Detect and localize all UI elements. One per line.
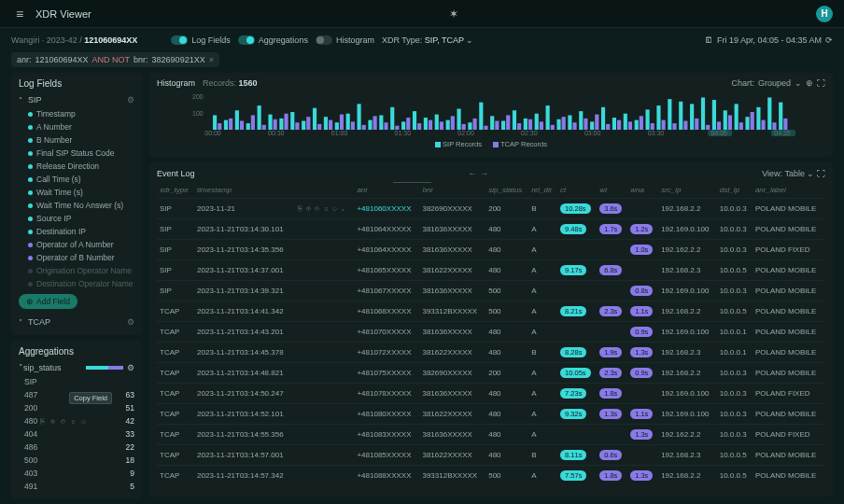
field-item[interactable]: Destination IP <box>19 225 134 238</box>
table-row[interactable]: TCAP2023-11-21T03:14:45.378+481072XXXXX3… <box>157 343 825 363</box>
table-row[interactable]: SIP2023-11-21T03:14:30.101+481064XXXXX38… <box>157 219 825 240</box>
menu-icon[interactable]: ≡ <box>11 7 28 21</box>
col-sip_status[interactable]: sip_status <box>485 182 528 199</box>
agg-field-head[interactable]: ˅sip_status⚙ <box>19 360 134 375</box>
field-item[interactable]: Origination Operator Name <box>19 264 134 277</box>
chart-mode-dropdown[interactable]: Chart: Grouped ⌄ ⊕ ⛶ <box>731 78 825 88</box>
col-anr[interactable]: anrCopy Field <box>354 182 419 199</box>
column-nav-icon[interactable]: ← → <box>468 168 489 178</box>
agg-row[interactable]: SIP <box>19 375 134 388</box>
cell-dst-ip: 10.0.0.5 <box>717 466 753 486</box>
col-ct[interactable]: ct <box>557 182 597 199</box>
table-row[interactable]: TCAP2023-11-21T03:14:41.342+481068XXXXX3… <box>157 301 825 322</box>
table-row[interactable]: TCAP2023-11-21T03:14:50.247+481078XXXXX3… <box>157 384 825 404</box>
table-row[interactable]: SIP2023-11-21⎘ ⊕ ⊖ ▯ ⊙ ▸+481060XXXXX3826… <box>157 199 825 219</box>
filter-chip[interactable]: anr:121060694XX AND NOT bnr:382690921XX … <box>11 52 219 67</box>
col-wna[interactable]: wna <box>627 182 658 199</box>
table-row[interactable]: SIP2023-11-21T03:14:39.321+481067XXXXX38… <box>157 281 825 301</box>
sip-section-head[interactable]: ˄SIP⚙ <box>19 92 134 107</box>
gear-icon[interactable]: ⚙ <box>127 363 134 372</box>
field-item[interactable]: Wait Time (s) <box>19 186 134 199</box>
cell-actions[interactable] <box>295 384 355 404</box>
col-actions[interactable] <box>295 182 355 199</box>
table-row[interactable]: SIP2023-11-21T03:14:35.356+481064XXXXX38… <box>157 240 825 260</box>
field-item[interactable]: Operator of B Number <box>19 251 134 264</box>
cell-actions[interactable] <box>295 404 355 425</box>
cell-actions[interactable] <box>295 425 355 445</box>
cell-actions[interactable] <box>295 445 355 466</box>
cell-actions[interactable] <box>295 363 355 384</box>
xdr-type-dropdown[interactable]: XDR Type: SIP, TCAP ⌄ <box>382 35 473 45</box>
pill-badge: 1.2s <box>630 224 653 234</box>
field-item[interactable]: Destination Operator Name <box>19 277 134 290</box>
svg-rect-74 <box>612 118 616 130</box>
agg-row[interactable]: 40433 <box>19 427 134 441</box>
agg-row[interactable]: 4915 <box>19 480 134 493</box>
field-item[interactable]: Call Time (s) <box>19 173 134 186</box>
agg-row[interactable]: 50018 <box>19 454 134 467</box>
agg-row[interactable]: 4039 <box>19 467 134 480</box>
cell-actions[interactable] <box>295 466 355 486</box>
table-row[interactable]: SIP2023-11-21T03:14:37.001+481065XXXXX38… <box>157 260 825 281</box>
cell-actions[interactable] <box>295 219 355 240</box>
table-row[interactable]: TCAP2023-11-21T03:14:55.356+481083XXXXX3… <box>157 425 825 445</box>
col-dst_ip[interactable]: dst_ip <box>717 182 753 199</box>
cell-ct: 7.23s <box>557 384 597 404</box>
field-item[interactable]: A Number <box>19 120 134 133</box>
zoom-icon[interactable]: ⊕ <box>806 78 813 88</box>
cell-rel-dir: A <box>528 363 557 384</box>
toggle-histogram[interactable]: Histogram <box>316 35 374 45</box>
gear-icon[interactable]: ⚙ <box>127 95 134 105</box>
agg-row[interactable]: 480 ⎘ ⊕ ⊖ ▯ ⊙42 <box>19 414 134 427</box>
view-mode-dropdown[interactable]: View: Table ⌄ ⛶ <box>762 169 825 178</box>
toggle-log-fields[interactable]: Log Fields <box>171 35 231 45</box>
row-action-icons[interactable]: ⎘ ⊕ ⊖ ▯ ⊙ ▸ <box>298 204 346 213</box>
field-item[interactable]: Timestamp <box>19 107 134 120</box>
table-row[interactable]: TCAP2023-11-21T03:14:48.821+481075XXXXX3… <box>157 363 825 384</box>
agg-row[interactable]: 48622 <box>19 441 134 454</box>
field-item[interactable]: Source IP <box>19 212 134 225</box>
expand-icon[interactable]: ⛶ <box>817 169 825 178</box>
cell-actions[interactable] <box>295 322 355 343</box>
col-anr_label[interactable]: anr_label <box>753 182 825 199</box>
table-row[interactable]: TCAP2023-11-21T03:14:52.101+481080XXXXX3… <box>157 404 825 425</box>
cell-actions[interactable] <box>295 301 355 322</box>
table-row[interactable]: TCAP2023-11-21T03:14:57.001+481085XXXXX3… <box>157 445 825 466</box>
col-bnr[interactable]: bnr <box>419 182 485 199</box>
svg-rect-78 <box>635 120 639 130</box>
svg-text:02:00: 02:00 <box>457 130 474 136</box>
cell-bnr: 382690XXXXX <box>419 363 485 384</box>
close-icon[interactable]: × <box>209 55 214 64</box>
gear-icon[interactable]: ⚙ <box>127 317 134 327</box>
cell-actions[interactable] <box>295 281 355 301</box>
add-field-button[interactable]: ⊕Add Field <box>19 294 77 309</box>
field-item[interactable]: Final SIP Status Code <box>19 147 134 160</box>
tcap-section-head[interactable]: ˅TCAP⚙ <box>19 315 134 329</box>
cell-anr-label: POLAND MOBILE <box>753 322 825 343</box>
refresh-icon[interactable]: ⟳ <box>825 35 833 45</box>
row-action-icons[interactable]: ⎘ ⊕ ⊖ ▯ ⊙ <box>40 417 89 426</box>
cell-anr: +481088XXXXX <box>354 466 419 486</box>
time-range-picker[interactable]: 🗓 Fri 19 Apr, 04:05 - 04:35 AM ⟳ <box>705 35 833 45</box>
cell-actions[interactable]: ⎘ ⊕ ⊖ ▯ ⊙ ▸ <box>295 199 355 219</box>
pill-badge: 0.8s <box>630 286 653 296</box>
field-item[interactable]: Operator of A Number <box>19 238 134 251</box>
agg-row[interactable]: 200Copy Field51 <box>19 401 134 414</box>
expand-icon[interactable]: ⛶ <box>817 78 825 88</box>
table-row[interactable]: TCAP2023-11-21T03:14:43.201+481070XXXXX3… <box>157 322 825 343</box>
col-rel_dir[interactable]: rel_dir <box>528 182 557 199</box>
field-item[interactable]: Release Direction <box>19 160 134 173</box>
col-xdr_type[interactable]: xdr_type <box>157 182 194 199</box>
toggle-aggregations[interactable]: Aggregations <box>238 35 308 45</box>
field-item[interactable]: B Number <box>19 133 134 147</box>
avatar[interactable]: H <box>816 6 833 22</box>
table-row[interactable]: TCAP2023-11-21T03:14:57.342+481088XXXXX3… <box>157 466 825 486</box>
cell-actions[interactable] <box>295 260 355 281</box>
histogram-chart[interactable]: 20010000:0000:3001:0001:3002:0002:3003:0… <box>157 90 825 136</box>
field-item[interactable]: Wait Time No Answer (s) <box>19 199 134 212</box>
col-timestamp[interactable]: timestamp <box>194 182 295 199</box>
cell-actions[interactable] <box>295 343 355 363</box>
col-src_ip[interactable]: src_ip <box>658 182 717 199</box>
col-wt[interactable]: wt <box>597 182 627 199</box>
cell-actions[interactable] <box>295 240 355 260</box>
